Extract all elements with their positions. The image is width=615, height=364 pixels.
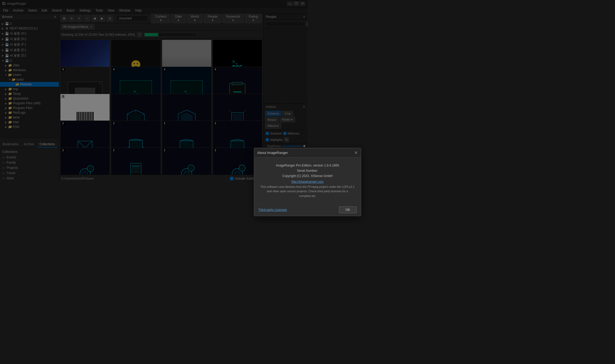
modal-title: About ImageRanger bbox=[257, 151, 288, 155]
modal-overlay: About ImageRanger ✕ ImageRanger Pro Edit… bbox=[0, 0, 308, 182]
modal-body: ImageRanger Pro Edition, version 1.9.4.1… bbox=[254, 158, 308, 182]
modal-copyright-line: Copyright (C) 2023, XtSense GmbH bbox=[260, 173, 308, 179]
imageranger-link[interactable]: http://imageranger.com bbox=[291, 180, 308, 182]
modal-title-bar: About ImageRanger ✕ bbox=[254, 148, 308, 158]
modal-version-line: ImageRanger Pro Edition, version 1.9.4.1… bbox=[260, 163, 308, 168]
about-dialog: About ImageRanger ✕ ImageRanger Pro Edit… bbox=[254, 148, 308, 182]
modal-serial-line: Serial Number: bbox=[260, 168, 308, 173]
